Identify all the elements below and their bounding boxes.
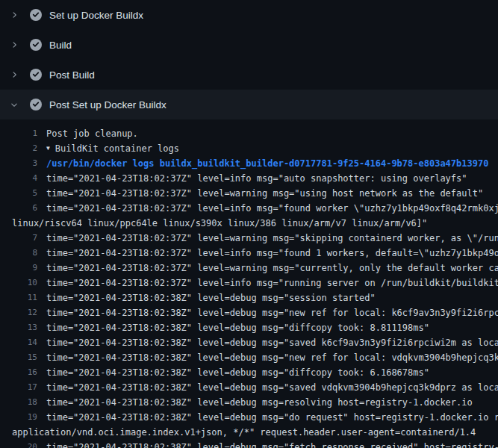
log-line: 6time="2021-04-23T18:02:37Z" level=info … xyxy=(0,201,498,216)
section-header-post-set-up-docker-buildx[interactable]: Post Set up Docker Buildx xyxy=(0,90,498,119)
log-line: 1Post job cleanup. xyxy=(0,126,498,141)
section-label: Build xyxy=(49,40,72,51)
line-number[interactable]: 16 xyxy=(0,365,37,380)
log-text: Post job cleanup. xyxy=(46,126,138,141)
log-text: time="2021-04-23T18:02:38Z" level=debug … xyxy=(46,335,498,350)
log-text: application/vnd.oci.image.index.v1+json,… xyxy=(12,425,476,440)
log-text: time="2021-04-23T18:02:38Z" level=debug … xyxy=(46,320,429,335)
step-sections: Set up Docker BuildxBuildPost BuildPost … xyxy=(0,0,498,119)
line-number[interactable]: 6 xyxy=(0,201,37,216)
chevron-down-icon xyxy=(10,100,19,109)
log-text: time="2021-04-23T18:02:38Z" level=debug … xyxy=(46,305,498,320)
line-number[interactable]: 1 xyxy=(0,126,37,141)
log-line: 10time="2021-04-23T18:02:37Z" level=info… xyxy=(0,276,498,290)
log-line-continuation: application/vnd.oci.image.index.v1+json,… xyxy=(0,425,498,440)
log-text: time="2021-04-23T18:02:37Z" level=warnin… xyxy=(46,231,498,246)
log-text: time="2021-04-23T18:02:37Z" level=info m… xyxy=(46,246,498,261)
section-label: Post Build xyxy=(49,69,95,81)
line-number[interactable]: 17 xyxy=(0,380,37,395)
check-circle-icon xyxy=(30,99,42,111)
log-text: time="2021-04-23T18:02:37Z" level=warnin… xyxy=(46,261,498,276)
log-text: time="2021-04-23T18:02:38Z" level=debug … xyxy=(46,350,498,365)
line-number[interactable]: 14 xyxy=(0,335,37,350)
log-line-continuation: linux/riscv64 linux/ppc64le linux/s390x … xyxy=(0,216,498,231)
log-text: time="2021-04-23T18:02:37Z" level=info m… xyxy=(46,201,498,216)
check-circle-icon xyxy=(30,39,42,51)
log-text: time="2021-04-23T18:02:37Z" level=info m… xyxy=(46,171,467,186)
log-text: linux/riscv64 linux/ppc64le linux/s390x … xyxy=(12,216,427,231)
log-text: time="2021-04-23T18:02:38Z" level=debug … xyxy=(46,365,429,380)
line-number[interactable]: 13 xyxy=(0,320,37,335)
line-number[interactable]: 8 xyxy=(0,246,37,261)
line-number[interactable]: 4 xyxy=(0,171,37,186)
line-number[interactable]: 15 xyxy=(0,350,37,365)
log-line: 13time="2021-04-23T18:02:38Z" level=debu… xyxy=(0,320,498,335)
line-number[interactable]: 18 xyxy=(0,395,37,410)
section-header-build[interactable]: Build xyxy=(0,30,498,60)
log-line: 20time="2021-04-23T18:02:38Z" level=debu… xyxy=(0,440,498,448)
log-line: 17time="2021-04-23T18:02:38Z" level=debu… xyxy=(0,380,498,395)
log-text: time="2021-04-23T18:02:38Z" level=debug … xyxy=(46,410,498,425)
log-line: 7time="2021-04-23T18:02:37Z" level=warni… xyxy=(0,231,498,246)
chevron-right-icon xyxy=(10,40,19,49)
log-line: 16time="2021-04-23T18:02:38Z" level=debu… xyxy=(0,365,498,380)
check-circle-icon xyxy=(30,9,42,21)
command-text[interactable]: /usr/bin/docker logs buildx_buildkit_bui… xyxy=(46,156,488,171)
log-text: time="2021-04-23T18:02:38Z" level=debug … xyxy=(46,440,498,448)
log-line: 15time="2021-04-23T18:02:38Z" level=debu… xyxy=(0,350,498,365)
group-toggle-icon[interactable]: ▼ xyxy=(46,141,50,156)
line-number[interactable]: 3 xyxy=(0,156,37,171)
log-line: 8time="2021-04-23T18:02:37Z" level=info … xyxy=(0,246,498,261)
log-line: 5time="2021-04-23T18:02:37Z" level=warni… xyxy=(0,186,498,201)
line-number[interactable]: 12 xyxy=(0,305,37,320)
chevron-right-icon xyxy=(10,10,19,19)
log-line: 18time="2021-04-23T18:02:38Z" level=debu… xyxy=(0,395,498,410)
line-number[interactable]: 2 xyxy=(0,141,37,156)
log-line: 14time="2021-04-23T18:02:38Z" level=debu… xyxy=(0,335,498,350)
log-line: 2▼BuildKit container logs xyxy=(0,141,498,156)
log-line: 9time="2021-04-23T18:02:37Z" level=warni… xyxy=(0,261,498,276)
log-line: 19time="2021-04-23T18:02:38Z" level=debu… xyxy=(0,410,498,425)
line-number[interactable]: 10 xyxy=(0,276,37,290)
line-number[interactable]: 7 xyxy=(0,231,37,246)
log-line: 4time="2021-04-23T18:02:37Z" level=info … xyxy=(0,171,498,186)
workflow-log-viewer: Set up Docker BuildxBuildPost BuildPost … xyxy=(0,0,498,448)
line-number[interactable]: 19 xyxy=(0,410,37,425)
line-number[interactable]: 5 xyxy=(0,186,37,201)
log-line: 12time="2021-04-23T18:02:38Z" level=debu… xyxy=(0,305,498,320)
line-number[interactable]: 9 xyxy=(0,261,37,276)
log-line: 11time="2021-04-23T18:02:38Z" level=debu… xyxy=(0,290,498,305)
log-text: time="2021-04-23T18:02:38Z" level=debug … xyxy=(46,395,473,410)
line-number[interactable]: 20 xyxy=(0,440,37,448)
log-line: 3/usr/bin/docker logs buildx_buildkit_bu… xyxy=(0,156,498,171)
log-text: time="2021-04-23T18:02:38Z" level=debug … xyxy=(46,290,376,305)
section-label: Post Set up Docker Buildx xyxy=(49,99,166,111)
log-text: time="2021-04-23T18:02:37Z" level=info m… xyxy=(46,276,498,290)
section-label: Set up Docker Buildx xyxy=(49,10,143,21)
log-text[interactable]: BuildKit container logs xyxy=(55,141,179,156)
section-header-set-up-docker-buildx[interactable]: Set up Docker Buildx xyxy=(0,0,498,30)
log-text: time="2021-04-23T18:02:38Z" level=debug … xyxy=(46,380,498,395)
log-output: 1Post job cleanup.2▼BuildKit container l… xyxy=(0,119,498,448)
section-header-post-build[interactable]: Post Build xyxy=(0,60,498,90)
check-circle-icon xyxy=(30,69,42,81)
log-text: time="2021-04-23T18:02:37Z" level=warnin… xyxy=(46,186,483,201)
line-number[interactable]: 11 xyxy=(0,290,37,305)
chevron-right-icon xyxy=(10,70,19,79)
